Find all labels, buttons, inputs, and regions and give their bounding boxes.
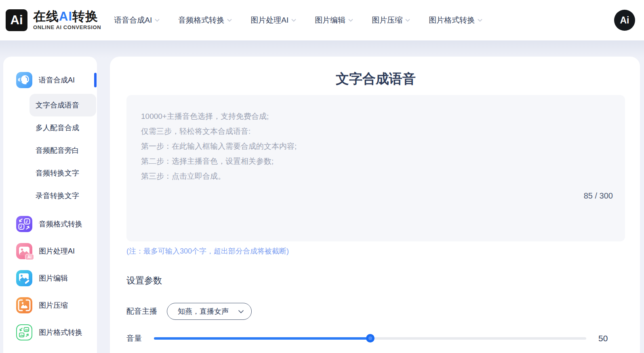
placeholder-line: 第二步：选择主播音色，设置相关参数; <box>141 154 613 169</box>
sidebar-item-image-format[interactable]: 图片格式转换 <box>3 321 97 344</box>
chevron-down-icon <box>155 19 160 22</box>
page-title: 文字合成语音 <box>126 70 625 88</box>
sidebar-subitem-recording-to-text[interactable]: 录音转换文字 <box>3 184 97 207</box>
voice-label: 配音主播 <box>126 306 157 317</box>
speech-ai-icon <box>16 72 32 88</box>
voice-row: 配音主播 知燕，直播女声 <box>126 303 625 320</box>
chevron-down-icon <box>227 19 232 22</box>
chevron-down-icon <box>405 19 410 22</box>
nav-item-image-compress[interactable]: 图片压缩 <box>372 15 410 25</box>
nav-label: 语音合成AI <box>114 15 152 25</box>
volume-slider-fill <box>154 337 370 340</box>
logo-text: 在线AI转换 ONLINE AI CONVERSION <box>33 10 101 30</box>
nav-item-speech-ai[interactable]: 语音合成AI <box>114 15 160 25</box>
page: Ai 在线AI转换 ONLINE AI CONVERSION 语音合成AI 音频… <box>0 0 644 353</box>
image-edit-icon <box>16 270 32 286</box>
text-input-area[interactable]: 10000+主播音色选择，支持免费合成; 仅需三步，轻松将文本合成语音: 第一步… <box>126 95 625 241</box>
placeholder-line: 第一步：在此输入框输入需要合成的文本内容; <box>141 139 613 154</box>
nav-item-audio-format[interactable]: 音频格式转换 <box>178 15 232 25</box>
logo[interactable]: Ai 在线AI转换 ONLINE AI CONVERSION <box>6 9 101 31</box>
image-ai-icon: AI <box>16 243 32 259</box>
sidebar-subitem-audio-to-text[interactable]: 音频转换文字 <box>3 162 97 184</box>
volume-label: 音量 <box>126 333 142 344</box>
sidebar-item-label: 图片压缩 <box>39 300 68 310</box>
sidebar-item-image-edit[interactable]: 图片编辑 <box>3 267 97 290</box>
voice-selected-value: 知燕，直播女声 <box>178 306 238 316</box>
chevron-down-icon <box>348 19 353 22</box>
sidebar-item-label: 音频格式转换 <box>39 219 82 229</box>
sidebar-item-image-compress[interactable]: 图片压缩 <box>3 294 97 317</box>
sidebar-subitem-text-to-speech[interactable]: 文字合成语音 <box>29 94 96 116</box>
section-title-params: 设置参数 <box>126 275 625 287</box>
chevron-down-icon <box>478 19 482 22</box>
input-limit-note: (注：最多可输入300个字，超出部分合成将被截断) <box>126 246 625 256</box>
sidebar-subitem-audio-narration[interactable]: 音频配音旁白 <box>3 139 97 162</box>
user-avatar[interactable]: Ai <box>614 10 635 31</box>
volume-row: 音量 50 <box>126 333 625 344</box>
sidebar: 语音合成AI 文字合成语音 多人配音合成 音频配音旁白 音频转换文字 录音转换文… <box>3 57 97 353</box>
volume-slider[interactable] <box>154 337 586 340</box>
sidebar-item-label: 图片处理AI <box>39 246 75 256</box>
sidebar-sublist: 文字合成语音 多人配音合成 音频配音旁白 音频转换文字 录音转换文字 <box>3 94 97 207</box>
sidebar-item-image-ai[interactable]: AI 图片处理AI <box>3 240 97 262</box>
nav-item-image-ai[interactable]: 图片处理AI <box>250 15 296 25</box>
logo-title-part: 在线 <box>33 9 59 23</box>
sidebar-item-speech-ai[interactable]: 语音合成AI <box>3 69 97 91</box>
logo-title-part: 转换 <box>72 9 98 23</box>
logo-subtitle: ONLINE AI CONVERSION <box>33 24 101 30</box>
placeholder-line: 仅需三步，轻松将文本合成语音: <box>141 124 613 139</box>
sidebar-item-audio-format[interactable]: 音频格式转换 <box>3 213 97 235</box>
placeholder-line: 10000+主播音色选择，支持免费合成; <box>141 109 613 124</box>
header-shadow <box>0 40 644 58</box>
main-content: 文字合成语音 10000+主播音色选择，支持免费合成; 仅需三步，轻松将文本合成… <box>110 57 640 353</box>
nav-label: 图片编辑 <box>315 15 345 25</box>
nav-label: 图片处理AI <box>250 15 288 25</box>
volume-slider-thumb[interactable] <box>366 334 375 342</box>
voice-select-dropdown[interactable]: 知燕，直播女声 <box>167 303 252 320</box>
placeholder-line: 第三步：点击立即合成。 <box>141 169 613 184</box>
sidebar-item-label: 图片格式转换 <box>39 328 82 337</box>
chevron-down-icon <box>238 310 244 313</box>
logo-title: 在线AI转换 <box>33 10 101 23</box>
logo-ai-icon: Ai <box>6 9 27 31</box>
nav-label: 音频格式转换 <box>178 15 224 25</box>
nav-label: 图片格式转换 <box>429 15 475 25</box>
header: Ai 在线AI转换 ONLINE AI CONVERSION 语音合成AI 音频… <box>0 0 644 40</box>
sidebar-item-label: 图片编辑 <box>39 273 68 283</box>
nav-item-image-edit[interactable]: 图片编辑 <box>315 15 353 25</box>
nav-item-image-format[interactable]: 图片格式转换 <box>429 15 482 25</box>
volume-value: 50 <box>598 334 608 343</box>
active-indicator <box>94 73 97 87</box>
sidebar-item-label: 语音合成AI <box>39 75 75 85</box>
char-counter: 85 / 300 <box>584 191 613 201</box>
sidebar-subitem-multi-voice[interactable]: 多人配音合成 <box>3 116 97 139</box>
main-nav: 语音合成AI 音频格式转换 图片处理AI 图片编辑 图片压缩 图片格式转换 <box>114 15 482 25</box>
image-compress-icon <box>16 297 32 313</box>
audio-format-icon <box>16 216 32 232</box>
ai-badge: AI <box>25 254 34 260</box>
logo-title-part-ai: AI <box>59 9 72 23</box>
chevron-down-icon <box>291 19 296 22</box>
image-format-icon <box>16 324 32 340</box>
nav-label: 图片压缩 <box>372 15 402 25</box>
